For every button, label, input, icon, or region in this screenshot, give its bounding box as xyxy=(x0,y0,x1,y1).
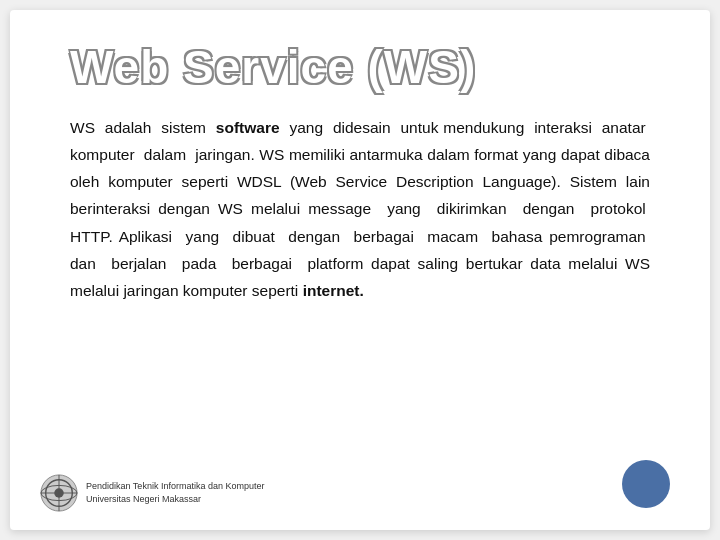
slide-content: WS adalah sistem software yang didesain … xyxy=(70,114,650,304)
circle-decoration xyxy=(622,460,670,508)
footer: Pendidikan Teknik Informatika dan Komput… xyxy=(40,474,264,512)
footer-line1: Pendidikan Teknik Informatika dan Komput… xyxy=(86,480,264,494)
footer-text: Pendidikan Teknik Informatika dan Komput… xyxy=(86,480,264,507)
slide-title: Web Service (WS) xyxy=(70,40,650,94)
university-logo xyxy=(40,474,78,512)
footer-line2: Universitas Negeri Makassar xyxy=(86,493,264,507)
slide: Web Service (WS) WS adalah sistem softwa… xyxy=(10,10,710,530)
